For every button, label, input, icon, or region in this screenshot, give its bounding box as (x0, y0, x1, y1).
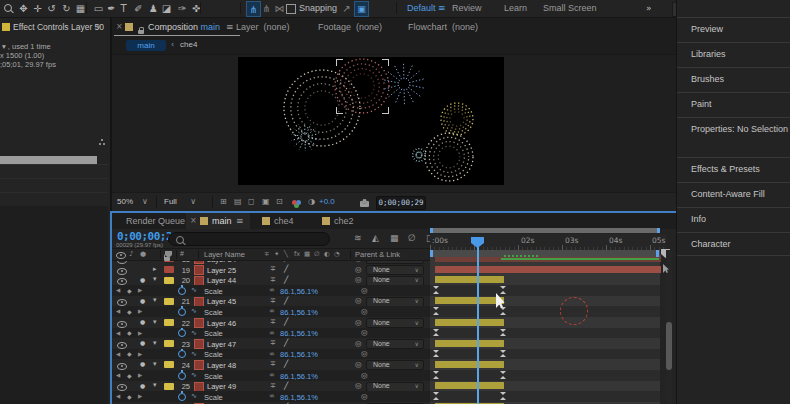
layer-duration-bar[interactable] (435, 382, 504, 389)
layer-name-column-label[interactable]: Layer Name (204, 250, 245, 259)
quality-icon[interactable]: ╱ (284, 360, 288, 368)
switch-header-icon-0[interactable]: ∓ (264, 250, 269, 258)
eye-toggle[interactable] (117, 278, 127, 285)
quality-icon[interactable]: ╱ (284, 318, 288, 326)
zoom-scrollbar-thumb[interactable] (433, 228, 657, 233)
keyframe-marker[interactable] (433, 350, 440, 358)
sidebar-panel-content-aware-fill[interactable]: Content-Aware Fill (677, 182, 790, 208)
pickwhip-icon[interactable]: ◎ (355, 318, 362, 327)
constrain-link-icon[interactable]: ∞ (269, 307, 275, 315)
shy-icon[interactable]: ∓ (270, 360, 276, 368)
layer-label-color[interactable] (164, 319, 174, 326)
shy-icon[interactable]: ∓ (270, 382, 276, 390)
flowchart-icon[interactable] (99, 143, 101, 145)
pickwhip-icon[interactable]: ◎ (355, 265, 362, 274)
prev-keyframe-icon[interactable]: ◀ (116, 351, 120, 357)
pickwhip-icon[interactable]: ◎ (361, 392, 368, 401)
keyframe-marker[interactable] (500, 329, 507, 337)
parent-dropdown[interactable]: None∨ (366, 276, 424, 286)
quality-icon[interactable]: ╱ (284, 297, 288, 305)
graph-editor-set-icon[interactable]: ∿ (191, 286, 197, 294)
collapse-arrow-icon[interactable]: ▾ (153, 296, 157, 304)
switch-header-icon-6[interactable]: ◐ (324, 250, 330, 258)
keyframe-marker[interactable] (433, 392, 440, 400)
keyframe-marker[interactable] (500, 286, 507, 294)
sidebar-panel-properties-no-selection[interactable]: Properties: No Selection (677, 117, 790, 158)
solo-toggle[interactable]: ● (140, 318, 145, 325)
property-value[interactable]: 86.1,56.1% (280, 350, 318, 359)
pickwhip-icon[interactable]: ◎ (355, 381, 362, 390)
layer-label-color[interactable] (164, 277, 174, 284)
pickwhip-icon[interactable]: ◎ (361, 307, 368, 316)
eye-toggle[interactable] (117, 321, 127, 328)
next-keyframe-icon[interactable]: ▶ (138, 393, 142, 399)
layer-duration-bar[interactable] (435, 340, 504, 347)
constrain-link-icon[interactable]: ∞ (269, 371, 275, 379)
layer-row[interactable]: ●▾20Layer 44∓╱◎None∨ (112, 275, 676, 286)
property-row[interactable]: ◀◆▶∿Scale∞86.1,56.1%◎ (112, 306, 676, 317)
layer-label-color[interactable] (164, 298, 174, 305)
constrain-link-icon[interactable]: ∞ (269, 329, 275, 337)
eye-toggle[interactable] (117, 268, 127, 275)
parent-column-label[interactable]: Parent & Link (355, 250, 400, 259)
add-keyframe-icon[interactable]: ◆ (127, 372, 132, 379)
pan-behind-tool[interactable]: ✛ (31, 1, 44, 15)
layer-row[interactable]: ●▾24Layer 48∓╱◎None∨ (112, 359, 676, 370)
parent-dropdown[interactable]: None∨ (366, 382, 424, 392)
eye-toggle[interactable] (117, 384, 127, 391)
time-ruler[interactable]: :00s02s03s04s05s (430, 234, 666, 251)
pickwhip-icon[interactable]: ◎ (361, 328, 368, 337)
solo-toggle[interactable]: ● (140, 297, 145, 304)
property-value[interactable]: 86.1,56.1% (280, 308, 318, 317)
switch-header-icon-4[interactable]: ▦ (304, 250, 310, 258)
eye-toggle[interactable] (117, 342, 127, 349)
keyframe-marker[interactable] (433, 329, 440, 337)
solo-toggle[interactable]: ● (140, 360, 145, 367)
property-value[interactable]: 86.1,56.1% (280, 372, 318, 381)
quality-icon[interactable]: ╱ (284, 265, 288, 273)
add-keyframe-icon[interactable]: ◆ (127, 308, 132, 315)
property-value[interactable]: 86.1,56.1% (280, 329, 318, 338)
prev-keyframe-icon[interactable]: ◀ (116, 308, 120, 314)
switch-header-icon-7[interactable]: ◔ (334, 250, 340, 258)
property-name[interactable]: Scale (204, 329, 223, 338)
parent-dropdown[interactable]: None∨ (366, 360, 424, 370)
property-name[interactable]: Scale (204, 308, 223, 317)
pickwhip-icon[interactable]: ◎ (361, 371, 368, 380)
scrollbar-thumb[interactable] (666, 322, 672, 370)
parent-dropdown[interactable]: None∨ (366, 318, 424, 328)
sidebar-panel-info[interactable]: Info (677, 207, 790, 233)
parent-dropdown[interactable]: None∨ (366, 297, 424, 307)
graph-editor-set-icon[interactable]: ∿ (191, 307, 197, 315)
layer-name[interactable]: Layer 44 (207, 276, 236, 285)
layer-duration-bar[interactable] (435, 361, 504, 368)
keyframe-marker[interactable] (500, 371, 507, 379)
shy-icon[interactable]: ∓ (270, 339, 276, 347)
keyframe-marker[interactable] (500, 307, 507, 315)
graph-editor-set-icon[interactable]: ∿ (191, 329, 197, 337)
layer-name[interactable]: Layer 48 (207, 361, 236, 370)
collapse-arrow-icon[interactable]: ▾ (153, 360, 157, 368)
add-keyframe-icon[interactable]: ◆ (127, 329, 132, 336)
solo-toggle[interactable]: ● (140, 339, 145, 346)
zoom-tool[interactable] (1, 1, 14, 15)
switch-header-icon-1[interactable]: ✦ (274, 250, 279, 258)
add-keyframe-icon[interactable]: ◆ (127, 287, 132, 294)
sidebar-panel-preview[interactable]: Preview (677, 17, 790, 43)
keyframe-marker[interactable] (500, 350, 507, 358)
layer-duration-bar[interactable] (435, 266, 661, 273)
pickwhip-icon[interactable]: ◎ (355, 275, 362, 284)
property-value[interactable]: 86.1,56.1% (280, 393, 318, 402)
audio-icon[interactable]: ♪ (129, 250, 133, 258)
timeline-vertical-scrollbar[interactable] (666, 250, 672, 404)
prev-keyframe-icon[interactable]: ◀ (116, 393, 120, 399)
layer-label-color[interactable] (164, 266, 174, 273)
layer-label-color[interactable] (164, 361, 174, 368)
quality-icon[interactable]: ╱ (284, 382, 288, 390)
property-row[interactable]: ◀◆▶∿Scale∞86.1,56.1%◎ (112, 328, 676, 339)
layer-duration-bar[interactable] (435, 319, 504, 326)
layer-name[interactable]: Layer 47 (207, 340, 236, 349)
property-row[interactable]: ◀◆▶∿Scale∞86.1,56.1%◎ (112, 370, 676, 381)
add-keyframe-icon[interactable]: ◆ (127, 393, 132, 400)
eye-toggle[interactable] (117, 363, 127, 370)
